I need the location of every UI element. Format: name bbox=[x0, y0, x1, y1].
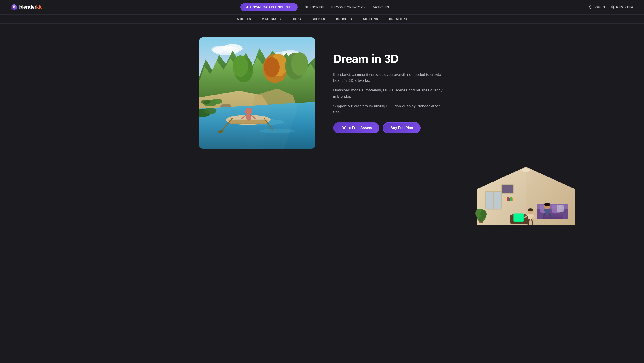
hero-title: Dream in 3D bbox=[333, 52, 445, 65]
nav-subscribe-label: SUBSCRIBE bbox=[305, 5, 324, 9]
full-plan-label: Buy Full Plan bbox=[390, 126, 413, 130]
bottom-section bbox=[0, 162, 644, 225]
svg-rect-91 bbox=[509, 198, 510, 201]
hero-description: BlenderKit community provides you everyt… bbox=[333, 71, 445, 115]
nav-creators[interactable]: CREATORS bbox=[389, 17, 407, 21]
nav-materials-label: MATERIALS bbox=[262, 17, 281, 21]
nav-hdrs-label: HDRS bbox=[292, 17, 301, 21]
logo-text: blenderkit bbox=[19, 4, 42, 10]
nav-models[interactable]: MODELS bbox=[237, 17, 251, 21]
download-button-label: DOWNLOAD BLENDERKIT bbox=[250, 5, 292, 9]
nav-addons[interactable]: ADD-ONS bbox=[363, 17, 378, 21]
svg-rect-93 bbox=[512, 198, 514, 201]
download-button[interactable]: ⬇ DOWNLOAD BLENDERKIT bbox=[240, 3, 298, 11]
main-content: Dream in 3D BlenderKit community provide… bbox=[0, 24, 644, 225]
free-assets-label: I Want Free Assets bbox=[340, 126, 372, 130]
nav-subscribe[interactable]: SUBSCRIBE bbox=[305, 5, 324, 9]
logo-icon bbox=[11, 4, 18, 10]
svg-point-6 bbox=[14, 7, 15, 8]
nav-scenes-label: SCENES bbox=[312, 17, 325, 21]
header-center-nav: ⬇ DOWNLOAD BLENDERKIT SUBSCRIBE BECOME C… bbox=[240, 3, 389, 11]
register-label: REGISTER bbox=[616, 5, 633, 9]
chevron-down-icon: ▾ bbox=[364, 6, 366, 9]
svg-rect-68 bbox=[557, 205, 564, 212]
hero-section: Dream in 3D BlenderKit community provide… bbox=[166, 24, 478, 162]
nav-brushes[interactable]: BRUSHES bbox=[336, 17, 352, 21]
logo-blender-text: blender bbox=[19, 4, 36, 10]
svg-point-48 bbox=[204, 108, 216, 114]
room-scene-svg bbox=[472, 162, 580, 225]
hero-content: Dream in 3D BlenderKit community provide… bbox=[333, 52, 445, 133]
nav-hdrs[interactable]: HDRS bbox=[292, 17, 301, 21]
svg-point-46 bbox=[201, 100, 211, 104]
svg-point-24 bbox=[291, 52, 308, 75]
logo[interactable]: blenderkit bbox=[11, 4, 42, 10]
download-icon: ⬇ bbox=[246, 5, 249, 9]
full-plan-button[interactable]: Buy Full Plan bbox=[383, 122, 420, 133]
hero-buttons: I Want Free Assets Buy Full Plan bbox=[333, 122, 445, 133]
login-link[interactable]: LOG IN bbox=[588, 5, 605, 9]
svg-point-76 bbox=[528, 208, 533, 211]
svg-point-45 bbox=[211, 99, 222, 104]
svg-rect-61 bbox=[502, 185, 513, 193]
register-icon bbox=[610, 5, 614, 9]
svg-rect-92 bbox=[510, 197, 512, 201]
nav-articles-label: ARTICLES bbox=[373, 5, 389, 9]
nav-articles[interactable]: ARTICLES bbox=[373, 5, 389, 9]
hero-paragraph-1: BlenderKit community provides you everyt… bbox=[333, 71, 445, 84]
hero-paragraph-3: Support our creators by buying Full Plan… bbox=[333, 103, 445, 115]
free-assets-button[interactable]: I Want Free Assets bbox=[333, 122, 379, 133]
login-icon bbox=[588, 5, 592, 9]
hero-scene-svg bbox=[199, 37, 315, 149]
nav-materials[interactable]: MATERIALS bbox=[262, 17, 281, 21]
nav-become-creator[interactable]: BECOME CREATOR ▾ bbox=[332, 5, 366, 9]
header-auth-nav: LOG IN REGISTER bbox=[588, 5, 633, 9]
svg-rect-90 bbox=[507, 197, 509, 201]
header: blenderkit ⬇ DOWNLOAD BLENDERKIT SUBSCRI… bbox=[0, 0, 644, 24]
nav-addons-label: ADD-ONS bbox=[363, 17, 378, 21]
room-preview bbox=[472, 162, 580, 225]
header-bottom-nav: MODELS MATERIALS HDRS SCENES BRUSHES ADD… bbox=[0, 14, 644, 23]
svg-point-89 bbox=[480, 210, 486, 218]
nav-become-creator-label: BECOME CREATOR bbox=[332, 5, 363, 9]
hero-image bbox=[199, 37, 315, 149]
nav-brushes-label: BRUSHES bbox=[336, 17, 352, 21]
hero-paragraph-2: Download models, materials, HDRs, scenes… bbox=[333, 87, 445, 99]
nav-scenes[interactable]: SCENES bbox=[312, 17, 325, 21]
login-label: LOG IN bbox=[594, 5, 605, 9]
logo-kit-text: kit bbox=[36, 4, 42, 10]
svg-point-15 bbox=[211, 46, 227, 53]
svg-point-26 bbox=[232, 55, 248, 77]
svg-point-33 bbox=[260, 129, 295, 133]
svg-point-41 bbox=[246, 114, 251, 121]
svg-point-8 bbox=[612, 5, 613, 7]
nav-models-label: MODELS bbox=[237, 17, 251, 21]
svg-point-83 bbox=[544, 203, 550, 206]
svg-rect-72 bbox=[514, 214, 523, 221]
nav-creators-label: CREATORS bbox=[389, 17, 407, 21]
svg-point-22 bbox=[264, 57, 280, 77]
register-link[interactable]: REGISTER bbox=[610, 5, 633, 9]
